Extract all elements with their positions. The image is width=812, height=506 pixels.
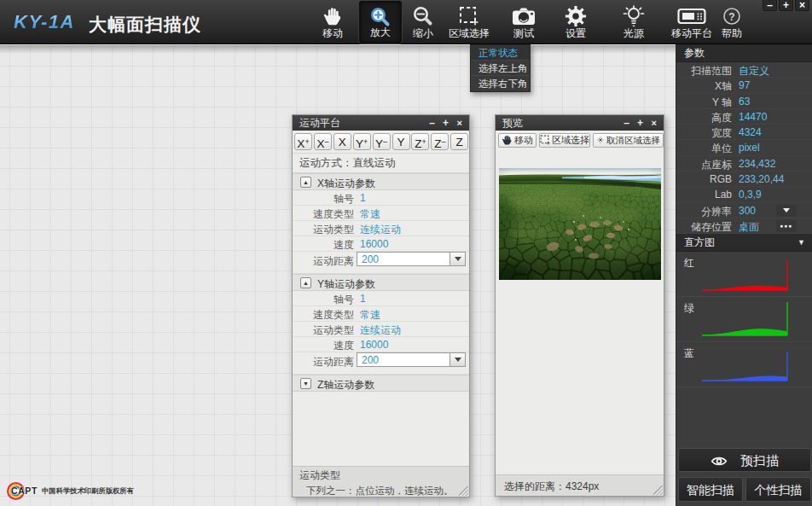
svg-text:?: ? xyxy=(728,11,734,23)
